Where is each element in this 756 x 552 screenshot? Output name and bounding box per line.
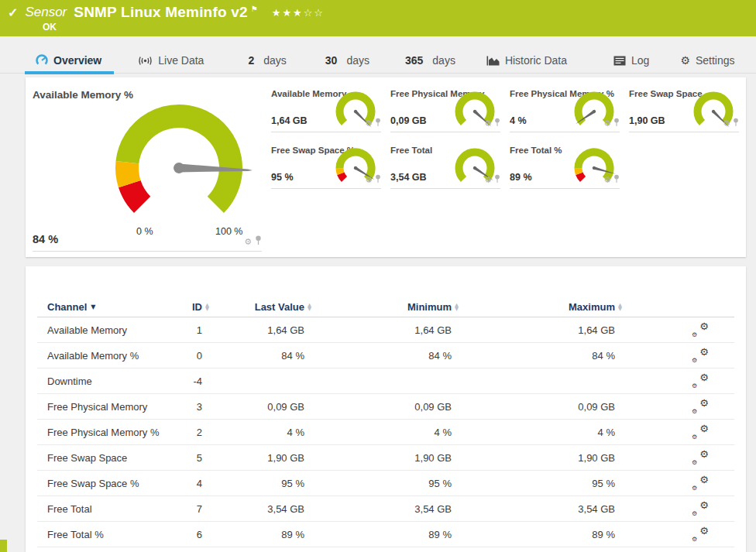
- pin-icon[interactable]: [613, 173, 620, 187]
- cell-id: 2: [184, 427, 209, 438]
- tab-label: Log: [631, 54, 649, 67]
- gauge-arc-red: [129, 184, 142, 205]
- channel-settings-icon[interactable]: ⚙⚙: [692, 374, 709, 388]
- cell-minimum: 95 %: [311, 478, 459, 489]
- gauge-scale-max: 100 %: [215, 226, 242, 237]
- gauge-arc-yellow: [340, 169, 341, 174]
- mini-gauge-cell[interactable]: Free Total %89 %⚙: [510, 146, 620, 189]
- cell-id: 4: [184, 478, 209, 489]
- channel-settings-icon[interactable]: ⚙⚙: [692, 476, 709, 490]
- tab-live-data[interactable]: Live Data: [138, 48, 204, 74]
- sensor-status-bar: ✓ Sensor SNMP Linux Meminfo v2 ⚑ ★★★☆☆ O…: [0, 0, 756, 36]
- tab-365-days[interactable]: 365 days: [405, 48, 455, 74]
- tab-label: Overview: [53, 54, 101, 67]
- gear-icon[interactable]: ⚙: [603, 175, 611, 185]
- table-row[interactable]: Free Total %689 %89 %89 %⚙⚙: [37, 522, 734, 547]
- page-title: SNMP Linux Meminfo v2: [74, 4, 248, 21]
- cell-maximum: 0,09 GB: [459, 401, 622, 413]
- column-header-last-value[interactable]: Last Value ▲▼: [209, 301, 311, 313]
- channel-settings-icon[interactable]: ⚙⚙: [692, 323, 709, 337]
- table-row[interactable]: Free Physical Memory30,09 GB0,09 GB0,09 …: [37, 394, 734, 420]
- gear-icon[interactable]: ⚙: [484, 175, 492, 185]
- mini-gauge-value: 89 %: [510, 172, 532, 183]
- flag-icon[interactable]: ⚑: [251, 5, 258, 13]
- pin-icon[interactable]: [613, 116, 620, 130]
- gauge-arc-red: [579, 173, 583, 179]
- tab-30-days[interactable]: 30 days: [325, 48, 369, 74]
- channel-settings-icon[interactable]: ⚙⚙: [692, 451, 709, 465]
- pin-icon[interactable]: [375, 116, 381, 130]
- table-row[interactable]: Free Total73,54 GB3,54 GB3,54 GB⚙⚙: [37, 496, 734, 522]
- mini-gauge-value: 3,54 GB: [390, 172, 427, 183]
- cell-id: 1: [184, 324, 209, 336]
- cell-minimum: 3,54 GB: [311, 503, 459, 515]
- table-row[interactable]: Downtime-4⚙⚙: [37, 369, 734, 394]
- pin-icon[interactable]: [494, 116, 500, 130]
- pin-icon[interactable]: [375, 173, 381, 187]
- channel-settings-icon[interactable]: ⚙⚙: [692, 348, 709, 362]
- main-gauge-chart: [78, 97, 280, 224]
- table-row[interactable]: Available Memory %084 %84 %84 %⚙⚙: [37, 343, 734, 369]
- cell-last-value: 4 %: [209, 427, 311, 438]
- pin-icon[interactable]: [494, 173, 500, 187]
- column-header-id[interactable]: ID ▲▼: [184, 301, 209, 313]
- gear-icon[interactable]: ⚙: [484, 118, 492, 129]
- table-row[interactable]: Free Physical Memory %24 %4 %4 %⚙⚙: [37, 420, 734, 445]
- cell-maximum: 4 %: [459, 427, 622, 438]
- mini-gauge-cell[interactable]: Free Physical Memory0,09 GB⚙: [390, 89, 500, 132]
- main-gauge-value: 84 %: [33, 233, 58, 245]
- table-row[interactable]: Available Memory11,64 GB1,64 GB1,64 GB⚙⚙: [37, 317, 734, 343]
- column-header-minimum[interactable]: Minimum ▲▼: [311, 301, 459, 313]
- tab-label: Live Data: [158, 54, 204, 67]
- gear-icon[interactable]: ⚙: [365, 118, 373, 129]
- mini-gauge-cell[interactable]: Free Total3,54 GB⚙: [390, 146, 500, 189]
- priority-stars[interactable]: ★★★☆☆: [272, 7, 325, 19]
- tab-2-days[interactable]: 2 days: [248, 48, 286, 74]
- channel-settings-icon[interactable]: ⚙⚙: [692, 425, 709, 439]
- tab-settings[interactable]: ⚙ Settings: [680, 48, 734, 74]
- cell-id: 5: [184, 452, 209, 464]
- gear-icon[interactable]: ⚙: [244, 237, 252, 247]
- tab-number: 365: [405, 54, 423, 67]
- mini-gauge-value: 95 %: [271, 172, 294, 183]
- tab-overview[interactable]: Overview: [36, 48, 101, 74]
- gear-icon[interactable]: ⚙: [365, 175, 373, 185]
- channel-settings-icon[interactable]: ⚙⚙: [692, 399, 709, 413]
- cell-maximum: 1,64 GB: [459, 324, 622, 336]
- page-corner-accent: [0, 540, 7, 552]
- cell-channel: Free Physical Memory: [37, 401, 184, 413]
- cell-last-value: 3,54 GB: [209, 503, 311, 515]
- pin-icon[interactable]: [733, 116, 739, 130]
- tab-bar: Overview Live Data 2 days 30 days 365 da…: [0, 48, 756, 74]
- column-header-channel[interactable]: Channel ▼: [37, 301, 184, 313]
- cell-last-value: 1,90 GB: [209, 452, 311, 464]
- gauge-chart: [78, 97, 280, 221]
- column-label: Maximum: [569, 301, 615, 313]
- cell-minimum: 1,64 GB: [311, 324, 459, 336]
- mini-gauge-value: 0,09 GB: [390, 115, 427, 126]
- table-row[interactable]: Free Swap Space51,90 GB1,90 GB1,90 GB⚙⚙: [37, 445, 734, 471]
- mini-gauge-cell[interactable]: Free Swap Space1,90 GB⚙: [629, 89, 739, 132]
- tab-label: Settings: [696, 54, 735, 67]
- channel-settings-icon[interactable]: ⚙⚙: [692, 502, 709, 516]
- column-label: Channel: [47, 301, 87, 313]
- mini-gauge-cell[interactable]: Free Physical Memory %4 %⚙: [510, 89, 620, 132]
- gear-icon[interactable]: ⚙: [723, 118, 730, 129]
- cell-channel: Free Total %: [37, 529, 184, 540]
- mini-gauge-value: 1,64 GB: [271, 115, 308, 126]
- cell-minimum: 0,09 GB: [311, 401, 459, 413]
- tab-label: days: [346, 54, 369, 67]
- tab-historic-data[interactable]: Historic Data: [486, 48, 567, 74]
- tab-log[interactable]: Log: [613, 48, 649, 74]
- cell-minimum: 89 %: [311, 529, 459, 540]
- mini-gauge-cell[interactable]: Free Swap Space %95 %⚙: [271, 146, 381, 189]
- column-label: ID: [192, 301, 202, 313]
- channel-settings-icon[interactable]: ⚙⚙: [692, 527, 709, 541]
- cell-channel: Free Physical Memory %: [37, 427, 184, 438]
- column-header-maximum[interactable]: Maximum ▲▼: [459, 301, 622, 313]
- ok-check-icon: ✓: [8, 5, 18, 20]
- pin-icon[interactable]: [255, 235, 262, 249]
- mini-gauge-cell[interactable]: Available Memory1,64 GB⚙: [271, 89, 381, 132]
- table-row[interactable]: Free Swap Space %495 %95 %95 %⚙⚙: [37, 471, 734, 496]
- gear-icon[interactable]: ⚙: [603, 118, 611, 129]
